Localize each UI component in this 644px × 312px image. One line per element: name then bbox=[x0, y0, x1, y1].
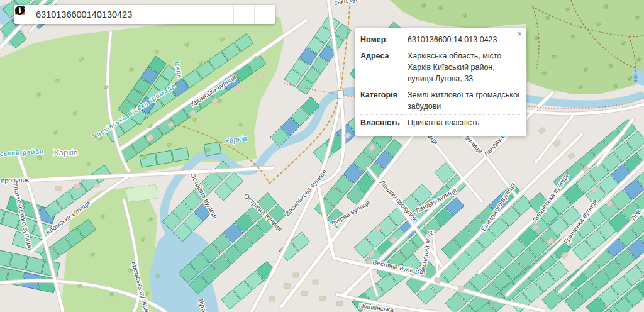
parcel[interactable] bbox=[26, 257, 44, 274]
street-label: провулок bbox=[1, 176, 29, 184]
building bbox=[74, 184, 80, 189]
building bbox=[313, 280, 318, 284]
row-label: Номер bbox=[360, 34, 408, 45]
building bbox=[336, 301, 343, 306]
row-value: Землі житлової та громадської забудови bbox=[408, 89, 520, 112]
info-button[interactable] bbox=[254, 5, 275, 24]
row-value: 6310136600:14:013:0423 bbox=[408, 34, 520, 45]
parcel[interactable] bbox=[156, 150, 173, 164]
info-popup: × Номер 6310136600:14:013:0423 Адреса Ха… bbox=[355, 28, 526, 136]
building bbox=[458, 286, 465, 291]
refresh-button[interactable] bbox=[233, 5, 254, 24]
parcel[interactable] bbox=[172, 148, 189, 162]
search-input[interactable] bbox=[36, 9, 192, 20]
close-icon[interactable]: × bbox=[517, 30, 522, 38]
parcel[interactable] bbox=[10, 253, 28, 270]
popup-row-number: Номер 6310136600:14:013:0423 bbox=[360, 32, 520, 48]
download-button[interactable] bbox=[192, 5, 213, 24]
building bbox=[284, 283, 291, 289]
spring-icon: ≈ bbox=[634, 77, 638, 84]
bridge-icon bbox=[337, 91, 343, 99]
warning-button[interactable] bbox=[213, 5, 233, 24]
parcel[interactable] bbox=[140, 153, 157, 167]
popup-row-category: Категорія Землі житлової та громадської … bbox=[360, 87, 520, 115]
row-value: Харківська область, місто Харків Київськ… bbox=[408, 50, 520, 84]
place-label-city: Харків bbox=[53, 148, 78, 157]
building bbox=[435, 278, 441, 284]
popup-row-ownership: Власність Приватна власність bbox=[360, 115, 520, 131]
map-canvas[interactable]: ≈≈Кромська вулицяКромська вулицяКромська… bbox=[0, 0, 644, 312]
building bbox=[55, 186, 61, 191]
row-label: Адреса bbox=[360, 50, 408, 84]
building bbox=[319, 296, 326, 301]
building bbox=[293, 273, 299, 277]
building bbox=[94, 184, 99, 187]
toolbar bbox=[192, 5, 275, 24]
row-value: Приватна власність bbox=[408, 117, 520, 128]
row-label: Категорія bbox=[360, 89, 408, 112]
building bbox=[269, 297, 275, 301]
info-icon bbox=[14, 5, 25, 16]
popup-row-address: Адреса Харківська область, місто Харків … bbox=[360, 48, 520, 87]
search-bar bbox=[14, 5, 275, 24]
building bbox=[301, 291, 308, 296]
building bbox=[367, 259, 372, 264]
map-application: ≈≈Кромська вулицяКромська вулицяКромська… bbox=[0, 0, 644, 312]
row-label: Власність bbox=[360, 117, 408, 128]
